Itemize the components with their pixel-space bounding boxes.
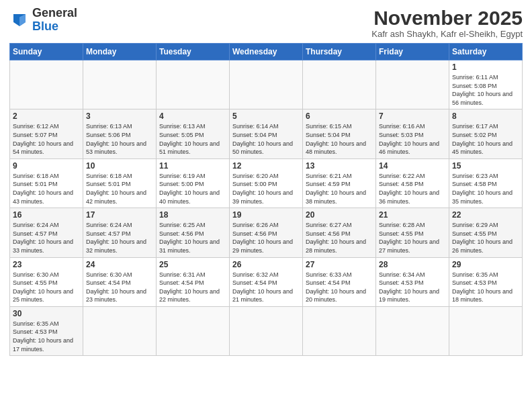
- day-number: 25: [159, 260, 226, 269]
- table-row: 10Sunrise: 6:18 AM Sunset: 5:01 PM Dayli…: [83, 158, 157, 208]
- day-number: 10: [86, 161, 153, 171]
- day-info: Sunrise: 6:29 AM Sunset: 4:55 PM Dayligh…: [452, 221, 519, 255]
- header-friday: Friday: [376, 44, 449, 60]
- day-info: Sunrise: 6:22 AM Sunset: 4:58 PM Dayligh…: [379, 172, 446, 205]
- table-row: 3Sunrise: 6:13 AM Sunset: 5:06 PM Daylig…: [83, 109, 157, 158]
- table-row: [376, 60, 449, 109]
- day-number: 6: [306, 111, 373, 121]
- logo-area: GeneralBlue: [9, 7, 77, 34]
- day-number: 15: [452, 161, 519, 171]
- table-row: 29Sunrise: 6:35 AM Sunset: 4:53 PM Dayli…: [449, 257, 523, 306]
- day-info: Sunrise: 6:26 AM Sunset: 4:56 PM Dayligh…: [232, 221, 300, 255]
- day-info: Sunrise: 6:28 AM Sunset: 4:55 PM Dayligh…: [379, 221, 446, 255]
- day-info: Sunrise: 6:11 AM Sunset: 5:08 PM Dayligh…: [452, 73, 519, 107]
- day-info: Sunrise: 6:33 AM Sunset: 4:54 PM Dayligh…: [306, 271, 373, 304]
- header-thursday: Thursday: [303, 44, 376, 60]
- table-row: 23Sunrise: 6:30 AM Sunset: 4:55 PM Dayli…: [10, 257, 83, 306]
- day-number: 22: [452, 210, 519, 220]
- day-number: 4: [159, 111, 226, 121]
- table-row: 26Sunrise: 6:32 AM Sunset: 4:54 PM Dayli…: [230, 257, 303, 306]
- page: GeneralBlue November 2025 Kafr ash Shayk…: [0, 0, 532, 411]
- table-row: 1Sunrise: 6:11 AM Sunset: 5:08 PM Daylig…: [449, 60, 523, 109]
- day-info: Sunrise: 6:14 AM Sunset: 5:04 PM Dayligh…: [232, 122, 300, 156]
- table-row: 8Sunrise: 6:17 AM Sunset: 5:02 PM Daylig…: [449, 109, 523, 158]
- day-info: Sunrise: 6:16 AM Sunset: 5:03 PM Dayligh…: [379, 122, 446, 156]
- table-row: 25Sunrise: 6:31 AM Sunset: 4:54 PM Dayli…: [157, 257, 230, 306]
- header-wednesday: Wednesday: [230, 44, 303, 60]
- day-info: Sunrise: 6:13 AM Sunset: 5:06 PM Dayligh…: [86, 122, 153, 156]
- calendar-week-row: 16Sunrise: 6:24 AM Sunset: 4:57 PM Dayli…: [10, 208, 523, 257]
- day-number: 3: [86, 111, 153, 121]
- calendar-table: Sunday Monday Tuesday Wednesday Thursday…: [9, 43, 523, 356]
- table-row: 5Sunrise: 6:14 AM Sunset: 5:04 PM Daylig…: [230, 109, 303, 158]
- table-row: 14Sunrise: 6:22 AM Sunset: 4:58 PM Dayli…: [376, 158, 449, 208]
- day-number: 27: [306, 260, 373, 269]
- table-row: [83, 306, 157, 355]
- table-row: [303, 306, 376, 355]
- day-number: 29: [452, 260, 519, 269]
- day-number: 30: [13, 309, 80, 318]
- day-info: Sunrise: 6:24 AM Sunset: 4:57 PM Dayligh…: [86, 221, 153, 255]
- table-row: 4Sunrise: 6:13 AM Sunset: 5:05 PM Daylig…: [157, 109, 230, 158]
- table-row: [303, 60, 376, 109]
- header-sunday: Sunday: [10, 44, 83, 60]
- day-info: Sunrise: 6:24 AM Sunset: 4:57 PM Dayligh…: [13, 221, 80, 255]
- day-info: Sunrise: 6:35 AM Sunset: 4:53 PM Dayligh…: [452, 271, 519, 304]
- table-row: 15Sunrise: 6:23 AM Sunset: 4:58 PM Dayli…: [449, 158, 523, 208]
- logo-text: GeneralBlue: [32, 7, 77, 34]
- table-row: 21Sunrise: 6:28 AM Sunset: 4:55 PM Dayli…: [376, 208, 449, 257]
- day-number: 12: [232, 161, 300, 171]
- table-row: [230, 306, 303, 355]
- day-number: 18: [159, 210, 226, 220]
- day-number: 13: [306, 161, 373, 171]
- table-row: 18Sunrise: 6:25 AM Sunset: 4:56 PM Dayli…: [157, 208, 230, 257]
- day-number: 2: [13, 111, 80, 121]
- day-number: 7: [379, 111, 446, 121]
- day-info: Sunrise: 6:12 AM Sunset: 5:07 PM Dayligh…: [13, 122, 80, 156]
- title-area: November 2025 Kafr ash Shaykh, Kafr el-S…: [371, 7, 523, 39]
- day-info: Sunrise: 6:20 AM Sunset: 5:00 PM Dayligh…: [232, 172, 300, 205]
- table-row: [157, 60, 230, 109]
- day-number: 24: [86, 260, 153, 269]
- day-number: 11: [159, 161, 226, 171]
- table-row: [449, 306, 523, 355]
- table-row: [157, 306, 230, 355]
- day-info: Sunrise: 6:13 AM Sunset: 5:05 PM Dayligh…: [159, 122, 226, 156]
- day-number: 1: [452, 62, 519, 72]
- weekday-header-row: Sunday Monday Tuesday Wednesday Thursday…: [10, 44, 523, 60]
- day-info: Sunrise: 6:17 AM Sunset: 5:02 PM Dayligh…: [452, 122, 519, 156]
- day-number: 16: [13, 210, 80, 220]
- location-title: Kafr ash Shaykh, Kafr el-Sheikh, Egypt: [371, 29, 523, 39]
- calendar-week-row: 30Sunrise: 6:35 AM Sunset: 4:53 PM Dayli…: [10, 306, 523, 355]
- day-info: Sunrise: 6:27 AM Sunset: 4:56 PM Dayligh…: [306, 221, 373, 255]
- logo-icon: [9, 10, 30, 30]
- day-info: Sunrise: 6:23 AM Sunset: 4:58 PM Dayligh…: [452, 172, 519, 205]
- table-row: 27Sunrise: 6:33 AM Sunset: 4:54 PM Dayli…: [303, 257, 376, 306]
- day-number: 17: [86, 210, 153, 220]
- day-number: 28: [379, 260, 446, 269]
- calendar-body: 1Sunrise: 6:11 AM Sunset: 5:08 PM Daylig…: [10, 60, 523, 356]
- table-row: [10, 60, 83, 109]
- day-info: Sunrise: 6:18 AM Sunset: 5:01 PM Dayligh…: [86, 172, 153, 205]
- day-info: Sunrise: 6:19 AM Sunset: 5:00 PM Dayligh…: [159, 172, 226, 205]
- day-info: Sunrise: 6:31 AM Sunset: 4:54 PM Dayligh…: [159, 271, 226, 304]
- day-number: 23: [13, 260, 80, 269]
- table-row: 12Sunrise: 6:20 AM Sunset: 5:00 PM Dayli…: [230, 158, 303, 208]
- header: GeneralBlue November 2025 Kafr ash Shayk…: [9, 7, 523, 39]
- day-info: Sunrise: 6:18 AM Sunset: 5:01 PM Dayligh…: [13, 172, 80, 205]
- day-info: Sunrise: 6:34 AM Sunset: 4:53 PM Dayligh…: [379, 271, 446, 304]
- header-monday: Monday: [83, 44, 157, 60]
- calendar-week-row: 1Sunrise: 6:11 AM Sunset: 5:08 PM Daylig…: [10, 60, 523, 109]
- table-row: 30Sunrise: 6:35 AM Sunset: 4:53 PM Dayli…: [10, 306, 83, 355]
- table-row: [376, 306, 449, 355]
- day-number: 14: [379, 161, 446, 171]
- day-number: 8: [452, 111, 519, 121]
- day-info: Sunrise: 6:21 AM Sunset: 4:59 PM Dayligh…: [306, 172, 373, 205]
- day-number: 20: [306, 210, 373, 220]
- table-row: [83, 60, 157, 109]
- day-number: 19: [232, 210, 300, 220]
- header-saturday: Saturday: [449, 44, 523, 60]
- logo-blue-text: Blue: [32, 19, 58, 33]
- table-row: 7Sunrise: 6:16 AM Sunset: 5:03 PM Daylig…: [376, 109, 449, 158]
- day-number: 5: [232, 111, 300, 121]
